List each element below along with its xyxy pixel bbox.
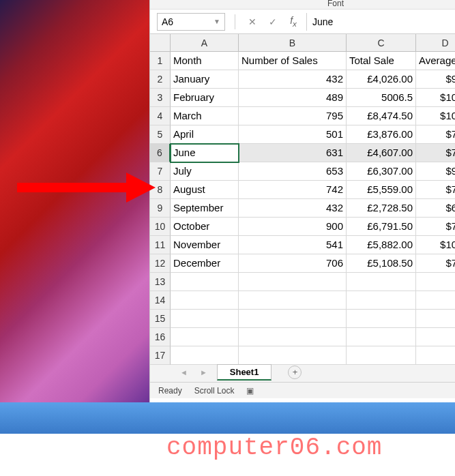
cell[interactable]: Average xyxy=(416,52,455,70)
column-header-D[interactable]: D xyxy=(416,34,455,52)
cell[interactable]: January xyxy=(171,70,239,89)
cell[interactable]: October xyxy=(171,218,239,236)
tab-nav-next-icon[interactable]: ► xyxy=(197,368,210,376)
cell[interactable]: $9.32 xyxy=(416,70,455,89)
windows-taskbar[interactable] xyxy=(0,402,455,434)
row-header[interactable]: 5 xyxy=(150,125,171,144)
cell[interactable] xyxy=(171,291,239,310)
row-header[interactable]: 4 xyxy=(150,107,171,125)
cell[interactable] xyxy=(171,310,239,328)
column-header-C[interactable]: C xyxy=(347,34,416,52)
cell[interactable]: £8,474.50 xyxy=(347,107,416,125)
cell[interactable] xyxy=(171,273,239,291)
cell[interactable]: 501 xyxy=(239,125,347,144)
cell[interactable]: £5,559.00 xyxy=(347,181,416,199)
cell[interactable]: Number of Sales xyxy=(239,52,347,70)
row-header[interactable]: 9 xyxy=(150,199,171,218)
cell[interactable] xyxy=(416,346,455,365)
select-all-corner[interactable] xyxy=(150,34,171,52)
cell[interactable]: £6,307.00 xyxy=(347,162,416,181)
cell[interactable]: 706 xyxy=(239,254,347,273)
cell[interactable]: $10.87 xyxy=(416,236,455,254)
row-header[interactable]: 3 xyxy=(150,89,171,107)
cell[interactable]: £4,607.00 xyxy=(347,144,416,162)
cell[interactable]: June xyxy=(171,144,239,162)
cell[interactable]: 541 xyxy=(239,236,347,254)
cell[interactable] xyxy=(239,291,347,310)
formula-bar[interactable]: June xyxy=(306,13,455,31)
cell[interactable] xyxy=(347,328,416,346)
cancel-icon[interactable]: ✕ xyxy=(245,16,260,27)
cell[interactable] xyxy=(171,346,239,365)
column-header-A[interactable]: A xyxy=(171,34,239,52)
cell[interactable]: February xyxy=(171,89,239,107)
cell[interactable]: £6,791.50 xyxy=(347,218,416,236)
cell[interactable]: August xyxy=(171,181,239,199)
add-sheet-button[interactable]: + xyxy=(288,366,302,379)
cell[interactable] xyxy=(347,346,416,365)
cell[interactable]: 653 xyxy=(239,162,347,181)
cell[interactable] xyxy=(347,310,416,328)
row-header[interactable]: 6 xyxy=(150,144,171,162)
cell[interactable] xyxy=(416,273,455,291)
cell[interactable]: 432 xyxy=(239,199,347,218)
cell[interactable]: $7.30 xyxy=(416,144,455,162)
cell[interactable] xyxy=(347,291,416,310)
row-header[interactable]: 10 xyxy=(150,218,171,236)
enter-icon[interactable]: ✓ xyxy=(265,16,280,27)
cell[interactable]: $7.49 xyxy=(416,181,455,199)
cell[interactable]: 742 xyxy=(239,181,347,199)
cell[interactable] xyxy=(416,310,455,328)
cell[interactable]: £2,728.50 xyxy=(347,199,416,218)
cell[interactable]: £5,882.00 xyxy=(347,236,416,254)
cell[interactable] xyxy=(239,273,347,291)
cell[interactable] xyxy=(239,310,347,328)
cell[interactable]: $6.32 xyxy=(416,199,455,218)
fx-icon[interactable]: fx xyxy=(286,15,301,28)
row-header[interactable]: 12 xyxy=(150,254,171,273)
row-header[interactable]: 13 xyxy=(150,273,171,291)
row-header[interactable]: 7 xyxy=(150,162,171,181)
cell[interactable] xyxy=(347,273,416,291)
cell[interactable]: Month xyxy=(171,52,239,70)
cell[interactable]: 432 xyxy=(239,70,347,89)
dropdown-icon[interactable]: ▼ xyxy=(214,18,220,25)
row-header[interactable]: 14 xyxy=(150,291,171,310)
sheet-tab-active[interactable]: Sheet1 xyxy=(217,364,272,381)
cell[interactable]: 5006.5 xyxy=(347,89,416,107)
cell[interactable]: $7.55 xyxy=(416,218,455,236)
cell[interactable]: 900 xyxy=(239,218,347,236)
cell[interactable]: $9.66 xyxy=(416,162,455,181)
name-box[interactable]: A6 ▼ xyxy=(157,13,225,31)
cell[interactable]: September xyxy=(171,199,239,218)
row-header[interactable]: 17 xyxy=(150,346,171,365)
cell[interactable]: November xyxy=(171,236,239,254)
cell[interactable] xyxy=(239,346,347,365)
cell[interactable]: $7.74 xyxy=(416,125,455,144)
cell[interactable]: 631 xyxy=(239,144,347,162)
column-header-B[interactable]: B xyxy=(239,34,347,52)
cell[interactable]: $10.66 xyxy=(416,107,455,125)
cell[interactable] xyxy=(416,291,455,310)
cell[interactable] xyxy=(171,328,239,346)
macro-record-icon[interactable]: ▣ xyxy=(246,386,254,396)
cell[interactable]: £4,026.00 xyxy=(347,70,416,89)
cell[interactable]: July xyxy=(171,162,239,181)
row-header[interactable]: 2 xyxy=(150,70,171,89)
row-header[interactable]: 11 xyxy=(150,236,171,254)
cell[interactable]: $7.24 xyxy=(416,254,455,273)
cell[interactable] xyxy=(416,328,455,346)
cell[interactable]: $10.24 xyxy=(416,89,455,107)
row-header[interactable]: 8 xyxy=(150,181,171,199)
tab-nav-prev-icon[interactable]: ◄ xyxy=(177,368,190,376)
cell[interactable] xyxy=(239,328,347,346)
cell[interactable]: 489 xyxy=(239,89,347,107)
cell[interactable]: £3,876.00 xyxy=(347,125,416,144)
cell[interactable]: Total Sale xyxy=(347,52,416,70)
row-header[interactable]: 15 xyxy=(150,310,171,328)
cell[interactable]: £5,108.50 xyxy=(347,254,416,273)
cell[interactable]: December xyxy=(171,254,239,273)
cell[interactable]: 795 xyxy=(239,107,347,125)
row-header[interactable]: 16 xyxy=(150,328,171,346)
row-header[interactable]: 1 xyxy=(150,52,171,70)
